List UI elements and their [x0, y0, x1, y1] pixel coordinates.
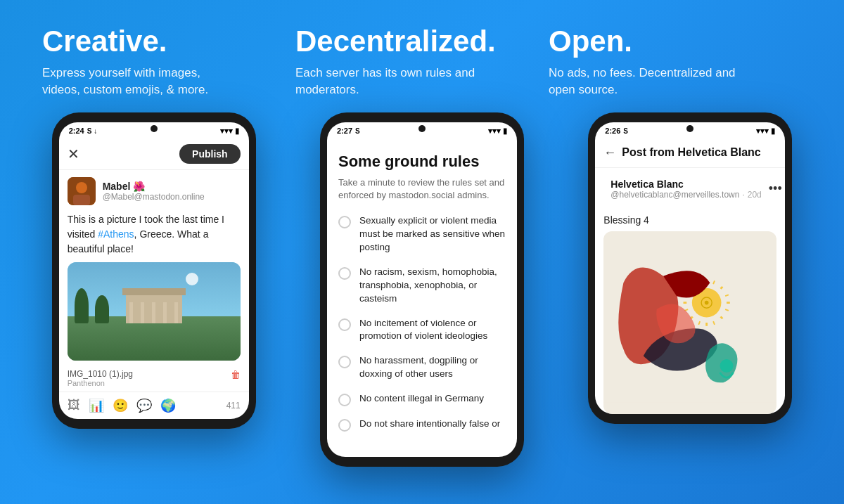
post-artwork	[603, 231, 776, 414]
publish-button[interactable]: Publish	[179, 144, 241, 164]
acropolis-building	[126, 295, 182, 323]
post-header: ← Post from Helvetica Blanc	[595, 138, 785, 168]
post-username: Helvetica Blanc	[610, 179, 761, 190]
rule-radio-6[interactable]	[338, 419, 351, 432]
time-2: 2:27	[337, 127, 352, 135]
features-section: Creative. Express yourself with images, …	[0, 0, 844, 112]
time-1: 2:24	[69, 127, 84, 135]
svg-rect-2	[73, 195, 90, 205]
rule-text-2: No racism, sexism, homophobia, transphob…	[359, 266, 506, 306]
compose-image	[68, 262, 241, 361]
status-right-1: ▾▾▾ ▮	[220, 127, 239, 136]
post-meta-row: @helveticablanc@merveilles.town · 20d	[610, 190, 761, 200]
feature-decentralized: Decentralized. Each server has its own r…	[295, 25, 549, 98]
compose-header: ✕ Publish	[59, 138, 249, 170]
rule-text-6: Do not share intentionally false or	[359, 418, 500, 431]
phone3-screen: 2:26 S ▾▾▾ ▮ ← Post from Helvetica Blanc	[595, 122, 785, 414]
post-header-title: Post from Helvetica Blanc	[622, 146, 776, 159]
rule-text-5: No content illegal in Germany	[359, 392, 484, 406]
image-caption: Panthenon	[68, 379, 241, 387]
rule-text-1: Sexually explicit or violent media must …	[359, 214, 506, 254]
compose-user-row: Mabel 🌺 @Mabel@mastodon.online	[59, 170, 249, 212]
status-right-3: ▾▾▾ ▮	[756, 127, 775, 136]
phone3: 2:26 S ▾▾▾ ▮ ← Post from Helvetica Blanc	[588, 112, 792, 424]
feature-open: Open. No ads, no fees. Decentralized and…	[549, 25, 802, 98]
status-right-2: ▾▾▾ ▮	[488, 127, 507, 136]
phones-section: 2:24 S ↓ ▾▾▾ ▮ ✕ Publish	[0, 112, 844, 504]
column	[163, 302, 167, 323]
wifi-icon-2: ▾▾▾	[488, 127, 501, 136]
moon	[186, 273, 198, 285]
rule-radio-1[interactable]	[338, 216, 351, 228]
battery-icon-1: ▮	[235, 127, 239, 136]
rule-radio-4[interactable]	[338, 356, 351, 368]
post-time-ago: 20d	[748, 190, 762, 200]
globe-icon[interactable]: 🌍	[160, 398, 176, 413]
battery-icon-3: ▮	[771, 127, 775, 136]
tree	[95, 295, 109, 323]
rules-subtitle: Take a minute to review the rules set an…	[338, 176, 506, 202]
rule-radio-3[interactable]	[338, 318, 351, 331]
trees	[75, 288, 113, 326]
svg-point-30	[720, 359, 734, 373]
post-user-info: Helvetica Blanc @helveticablanc@merveill…	[610, 179, 761, 200]
decentralized-title: Decentralized.	[295, 25, 549, 58]
wifi-icon-1: ▾▾▾	[220, 127, 233, 136]
close-button[interactable]: ✕	[68, 146, 79, 162]
image-icon[interactable]: 🖼	[68, 398, 80, 413]
camera-dot-3	[686, 125, 693, 132]
rules-title: Some ground rules	[338, 153, 506, 171]
signal-icon-1: S ↓	[87, 127, 97, 135]
post-handle: @helveticablanc@merveilles.town	[610, 190, 739, 200]
user-handle: @Mabel@mastodon.online	[103, 192, 205, 202]
rule-5: No content illegal in Germany	[338, 392, 506, 406]
post-blessing: Blessing 4	[595, 210, 785, 231]
camera-dot-2	[418, 125, 426, 132]
rule-radio-2[interactable]	[338, 267, 351, 280]
phone2: 2:27 S ▾▾▾ ▮ Some ground rules Take a mi…	[320, 112, 524, 467]
battery-icon-2: ▮	[503, 127, 507, 136]
rule-6: Do not share intentionally false or	[338, 418, 506, 432]
status-left-1: 2:24 S ↓	[69, 127, 97, 135]
column	[129, 302, 133, 323]
rule-radio-5[interactable]	[338, 394, 351, 406]
chart-icon[interactable]: 📊	[89, 398, 104, 413]
signal-icon-2: S	[355, 127, 360, 135]
column	[152, 302, 155, 323]
compose-text: This is a picture I took the last time I…	[59, 212, 249, 262]
image-meta: 🗑 IMG_1010 (1).jpg Panthenon	[59, 366, 249, 392]
phone1-screen: 2:24 S ↓ ▾▾▾ ▮ ✕ Publish	[59, 122, 249, 419]
tree	[75, 288, 89, 323]
image-scene	[68, 262, 241, 361]
hashtag-athens: #Athens	[98, 228, 134, 240]
rule-1: Sexually explicit or violent media must …	[338, 214, 506, 254]
rule-text-3: No incitement of violence or promotion o…	[359, 317, 506, 344]
emoji-icon[interactable]: 🙂	[113, 398, 128, 413]
svg-line-15	[721, 316, 723, 318]
rule-3: No incitement of violence or promotion o…	[338, 317, 506, 344]
back-button[interactable]: ←	[603, 146, 616, 160]
open-desc: No ads, no fees. Decentralized and open …	[549, 65, 746, 98]
phone2-wrapper: 2:27 S ▾▾▾ ▮ Some ground rules Take a mi…	[296, 112, 547, 467]
more-options-icon[interactable]: •••	[769, 181, 782, 196]
status-left-2: 2:27 S	[337, 127, 360, 135]
image-filename: IMG_1010 (1).jpg	[68, 369, 241, 379]
creative-desc: Express yourself with images, videos, cu…	[42, 65, 239, 98]
phone3-wrapper: 2:26 S ▾▾▾ ▮ ← Post from Helvetica Blanc	[565, 112, 816, 424]
mention-icon[interactable]: 💬	[136, 398, 152, 413]
post-actions: ••• 👁	[769, 181, 786, 196]
post-time: ·	[742, 190, 744, 200]
column	[174, 302, 178, 323]
time-3: 2:26	[605, 127, 620, 135]
signal-icon-3: S	[623, 127, 628, 135]
phone1-wrapper: 2:24 S ↓ ▾▾▾ ▮ ✕ Publish	[28, 112, 279, 429]
rules-screen: Some ground rules Take a minute to revie…	[327, 138, 517, 457]
decentralized-desc: Each server has its own rules and modera…	[295, 65, 492, 98]
user-name: Mabel 🌺	[103, 181, 205, 192]
user-info: Mabel 🌺 @Mabel@mastodon.online	[103, 181, 205, 202]
delete-image-icon[interactable]: 🗑	[231, 369, 241, 380]
svg-point-1	[76, 182, 87, 193]
post-user-row: Helvetica Blanc @helveticablanc@merveill…	[595, 168, 785, 210]
char-count: 411	[226, 401, 241, 411]
column	[141, 302, 144, 323]
